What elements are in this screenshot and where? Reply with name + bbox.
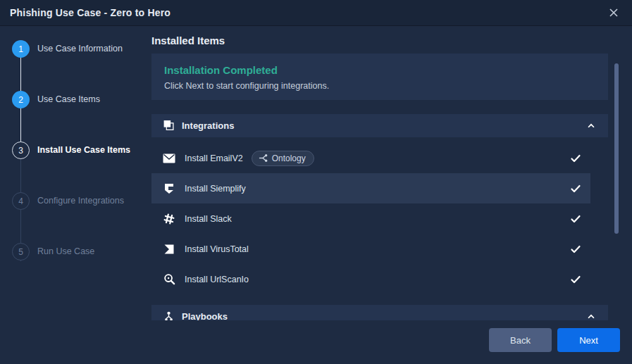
list-item-label: Install VirusTotal (185, 244, 249, 254)
page-title: Installed Items (151, 34, 225, 46)
step-number-circle: 1 (12, 40, 30, 58)
step-label: Run Use Case (37, 243, 94, 261)
chevron-up-icon[interactable] (585, 120, 597, 132)
integrations-icon (163, 120, 175, 132)
list-item-install-virustotal[interactable]: Install VirusTotal (151, 234, 590, 264)
badge-label: Ontology (272, 153, 306, 163)
stepper-step-use-case-information[interactable]: 1 Use Case Information (12, 40, 146, 91)
section-label: Integrations (182, 120, 234, 131)
section-header-integrations[interactable]: Integrations (151, 114, 608, 137)
siemplify-icon (162, 182, 176, 196)
installed-check-icon (570, 213, 581, 225)
email-icon (162, 151, 176, 165)
stepper-step-use-case-items[interactable]: 2 Use Case Items (12, 91, 146, 142)
step-number-circle: 3 (12, 142, 30, 159)
wizard-dialog: Phishing Use Case - Zero to Hero 1 Use C… (0, 0, 632, 364)
stepper-step-configure-integrations[interactable]: 4 Configure Integrations (12, 192, 146, 243)
ontology-badge[interactable]: Ontology (252, 151, 314, 166)
wizard-stepper: 1 Use Case Information 2 Use Case Items … (12, 40, 146, 294)
installed-check-icon (570, 274, 581, 285)
virustotal-icon (162, 242, 176, 256)
list-item-label: Install Slack (185, 214, 232, 224)
list-item-install-slack[interactable]: Install Slack (151, 203, 590, 234)
step-label: Use Case Information (37, 40, 123, 58)
installed-check-icon (570, 244, 581, 255)
list-item-install-siemplify[interactable]: Install Siemplify (151, 173, 590, 203)
list-item-label: Install Siemplify (185, 184, 246, 194)
step-number-circle: 4 (12, 192, 30, 210)
installation-status-banner: Installation Completed Click Next to sta… (151, 54, 608, 100)
close-icon[interactable] (607, 6, 621, 20)
step-label: Install Use Case Items (37, 142, 130, 159)
dialog-title: Phishing Use Case - Zero to Hero (10, 7, 171, 18)
installed-check-icon (570, 153, 581, 164)
step-number-circle: 5 (12, 243, 30, 261)
section-label: Playbooks (182, 311, 228, 320)
list-item-label: Install UrlScanIo (185, 275, 249, 284)
chevron-up-icon[interactable] (585, 311, 597, 321)
back-button[interactable]: Back (489, 328, 552, 352)
stepper-step-run-use-case[interactable]: 5 Run Use Case (12, 243, 146, 294)
list-item-install-urlscanio[interactable]: Install UrlScanIo (151, 264, 590, 294)
stepper-step-install-use-case-items[interactable]: 3 Install Use Case Items (12, 142, 146, 192)
playbooks-icon (163, 310, 175, 320)
step-label: Use Case Items (37, 91, 100, 108)
step-number-circle: 2 (12, 91, 30, 108)
search-icon (162, 272, 176, 287)
installation-status-title: Installation Completed (164, 64, 595, 76)
next-button[interactable]: Next (557, 328, 620, 352)
integrations-list: Install EmailV2 Ontology (151, 143, 590, 294)
step-label: Configure Integrations (37, 192, 124, 210)
scrollbar-thumb[interactable] (614, 63, 619, 234)
list-item-label: Install EmailV2 (185, 153, 243, 163)
branch-icon (259, 153, 268, 163)
section-header-playbooks[interactable]: Playbooks (151, 305, 608, 320)
installation-status-subtitle: Click Next to start configuring integrat… (164, 81, 595, 91)
list-item-install-emailv2[interactable]: Install EmailV2 Ontology (151, 143, 590, 173)
slack-icon (162, 212, 176, 226)
installed-items-scroll-area: Installation Completed Click Next to sta… (151, 52, 608, 320)
titlebar: Phishing Use Case - Zero to Hero (0, 0, 632, 26)
installed-check-icon (570, 183, 581, 194)
